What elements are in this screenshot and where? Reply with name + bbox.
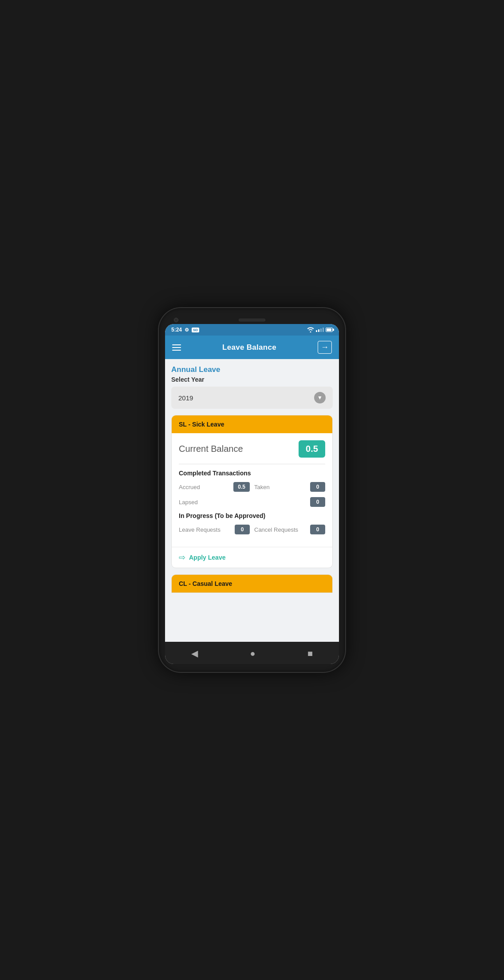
content-area: Annual Leave Select Year 2019 ▼ SL - Sic… [165,359,339,642]
sick-leave-body: Current Balance 0.5 Completed Transactio… [172,433,332,547]
logout-button[interactable]: → [318,341,332,354]
sick-leave-card: SL - Sick Leave Current Balance 0.5 Comp… [171,415,333,568]
status-time: 5:24 [171,327,182,333]
accrued-value: 0.5 [233,482,250,492]
gear-icon: ⚙ [185,327,189,333]
current-balance-label: Current Balance [179,444,243,454]
lapsed-row: Lapsed 0 [179,497,325,507]
casual-leave-title: CL - Casual Leave [179,580,232,587]
camera [174,318,178,322]
balance-badge: 0.5 [299,440,325,458]
select-year-label: Select Year [171,376,333,383]
wifi-icon [307,327,314,332]
back-icon: ◀ [191,648,198,658]
logout-icon: → [321,343,329,352]
taken-label: Taken [254,484,306,490]
taken-item: Taken 0 [254,482,325,492]
completed-transactions-title: Completed Transactions [179,470,325,477]
chevron-down-icon: ▼ [314,392,326,403]
status-left: 5:24 ⚙ SD [171,327,199,333]
apply-leave-label: Apply Leave [189,554,225,561]
casual-leave-header: CL - Casual Leave [172,575,332,593]
lapsed-label: Lapsed [179,499,306,506]
casual-leave-card: CL - Casual Leave [171,574,333,593]
phone-screen: 5:24 ⚙ SD [165,324,339,664]
recent-button[interactable]: ■ [299,647,322,660]
sick-leave-header: SL - Sick Leave [172,415,332,433]
recent-icon: ■ [307,648,313,658]
leave-requests-value: 0 [235,525,250,534]
battery-icon [326,328,333,332]
notch-area [165,316,339,324]
current-balance-row: Current Balance 0.5 [179,440,325,458]
home-button[interactable]: ● [241,647,264,660]
apply-leave-button[interactable]: ⇨ Apply Leave [172,547,332,568]
taken-value: 0 [310,482,325,492]
home-icon: ● [250,648,255,658]
year-value: 2019 [178,394,193,402]
status-right [307,327,333,332]
divider [179,464,325,464]
page-title: Leave Balance [222,343,276,352]
apply-leave-icon: ⇨ [179,553,185,562]
in-progress-title: In Progress (To be Approved) [179,512,325,519]
leave-requests-item: Leave Requests 0 [179,525,250,534]
section-title: Annual Leave [171,365,333,374]
lapsed-value: 0 [310,497,325,507]
accrued-label: Accrued [179,484,229,490]
cancel-requests-label: Cancel Requests [254,526,306,533]
cancel-requests-item: Cancel Requests 0 [254,525,325,534]
speaker [239,319,265,321]
leave-requests-label: Leave Requests [179,526,230,533]
year-selector[interactable]: 2019 ▼ [171,387,333,409]
signal-bars [316,328,324,332]
accrued-item: Accrued 0.5 [179,482,250,492]
in-progress-stats-grid: Leave Requests 0 Cancel Requests 0 [179,525,325,534]
sd-icon: SD [192,328,199,332]
cancel-requests-value: 0 [310,525,325,534]
sick-leave-title: SL - Sick Leave [179,421,224,428]
top-nav: Leave Balance → [165,336,339,359]
completed-stats-grid: Accrued 0.5 Taken 0 [179,482,325,492]
back-button[interactable]: ◀ [182,646,207,660]
phone-shell: 5:24 ⚙ SD [159,308,345,672]
hamburger-menu-button[interactable] [172,344,181,351]
bottom-nav: ◀ ● ■ [165,642,339,664]
status-bar: 5:24 ⚙ SD [165,324,339,336]
